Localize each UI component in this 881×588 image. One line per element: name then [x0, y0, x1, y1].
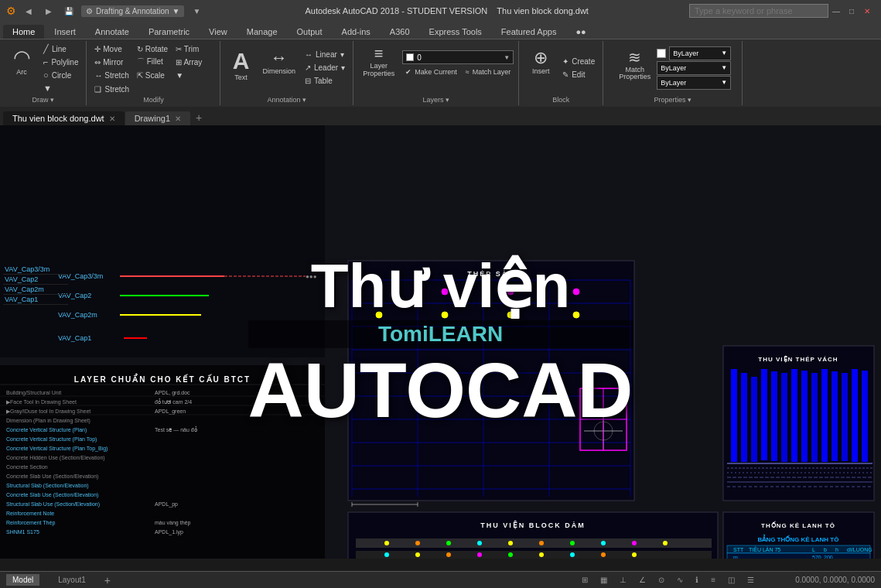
nav-back-btn[interactable]: ◀	[21, 3, 36, 19]
lineweight-status-btn[interactable]: ≡	[711, 576, 715, 584]
polar-btn[interactable]: ∠	[639, 576, 646, 584]
annotation-group-label: Annotation ▾	[268, 96, 307, 104]
workspace-dropdown[interactable]: ⚙ Drafting & Annotation ▼	[81, 5, 184, 17]
text-button[interactable]: A Text	[225, 46, 256, 90]
nav-forward-btn[interactable]: ▶	[41, 3, 56, 19]
doc-tab-drawing1[interactable]: Drawing1 ✕	[125, 111, 190, 125]
scale-btn[interactable]: ⇱ Scale	[134, 69, 171, 81]
close-btn[interactable]: ✕	[859, 3, 875, 19]
lineweight-dropdown[interactable]: ByLayer ▼	[657, 76, 731, 90]
quickprop-btn[interactable]: ☰	[747, 576, 754, 584]
properties-group-content: ≋ MatchProperties ByLayer ▼ ByLayer ▼	[614, 43, 731, 104]
layer-name-vav1[interactable]: VAV_Cap1	[5, 296, 67, 303]
svg-rect-75	[771, 371, 777, 461]
fillet-btn[interactable]: ⌒ Fillet	[134, 56, 171, 68]
layers-controls-col: 0 ▼ ✔ Make Current ≈ Match Layer	[402, 50, 514, 78]
tab-more[interactable]: ●●	[566, 25, 595, 39]
svg-text:Concrete Section: Concrete Section	[6, 464, 48, 470]
tab-manage[interactable]: Manage	[237, 25, 287, 39]
tab-featured[interactable]: Featured Apps	[492, 25, 566, 39]
close-doc-tab-drawing1[interactable]: ✕	[175, 115, 181, 123]
mirror-btn[interactable]: ⇔ Mirror	[91, 56, 131, 68]
dynin-btn[interactable]: ℹ	[695, 576, 698, 584]
title-bar: ⚙ ◀ ▶ 💾 ⚙ Drafting & Annotation ▼ ▼ Auto…	[0, 0, 881, 22]
modify-more-btn[interactable]: ▼	[172, 69, 205, 81]
block-edit-btn[interactable]: ✎ Edit	[559, 68, 598, 80]
match-properties-button[interactable]: ≋ MatchProperties	[614, 46, 655, 90]
minimize-btn[interactable]: —	[828, 3, 844, 19]
grid-btn[interactable]: ▦	[600, 576, 607, 584]
linetype-dropdown-arrow-icon: ▼	[721, 64, 727, 71]
svg-text:LAYER CHUẨN CHO KẾT CẤU BTCT: LAYER CHUẨN CHO KẾT CẤU BTCT	[74, 373, 251, 384]
svg-text:Structural Slab (Section/Eleva: Structural Slab (Section/Elevation)	[6, 483, 89, 489]
rotate-btn[interactable]: ↻ Rotate	[134, 43, 171, 55]
svg-point-115	[632, 552, 637, 557]
svg-text:Concrete Vertical Structure (P: Concrete Vertical Structure (Plan Top_Bi…	[6, 446, 108, 452]
tab-parametric[interactable]: Parametric	[139, 25, 199, 39]
block-create-btn[interactable]: ✦ Create	[559, 55, 598, 67]
ribbon-group-annotation: A Text ↔ Dimension ↔ Linear ▾ ↗ Leader ▾…	[220, 41, 353, 105]
layout1-tab[interactable]: Layout1	[52, 574, 92, 586]
svg-point-97	[384, 541, 389, 545]
add-tab-button[interactable]: +	[191, 110, 207, 125]
add-layout-btn[interactable]: +	[104, 574, 111, 586]
doc-tabs: Thu vien block dong.dwt ✕ Drawing1 ✕ +	[0, 107, 881, 125]
search-input[interactable]	[689, 4, 828, 18]
table-icon: ⊟	[305, 77, 311, 85]
tab-output[interactable]: Output	[288, 25, 332, 39]
transparency-btn[interactable]: ◫	[728, 576, 735, 584]
tab-express[interactable]: Express Tools	[420, 25, 491, 39]
tab-a360[interactable]: A360	[381, 25, 419, 39]
close-doc-tab-main[interactable]: ✕	[109, 115, 115, 123]
maximize-btn[interactable]: □	[844, 3, 859, 19]
insert-button[interactable]: ⊕ Insert	[524, 46, 558, 90]
canvas-area: VAV_Cap3/3m ●●● VAV_Cap2 VAV_Cap2m VAV_C…	[0, 125, 881, 559]
linetype-dropdown[interactable]: ByLayer ▼	[657, 61, 731, 75]
snap-btn[interactable]: ⊞	[582, 576, 588, 584]
copy-btn[interactable]: ❑ Stretch	[91, 83, 132, 95]
trim-btn[interactable]: ✂ Trim	[172, 43, 205, 55]
line-btn[interactable]: ╱ Line	[40, 43, 81, 55]
tab-view[interactable]: View	[200, 25, 237, 39]
svg-point-109	[446, 552, 451, 557]
tab-addins[interactable]: Add-ins	[333, 25, 380, 39]
make-current-btn[interactable]: ✔ Make Current	[402, 66, 460, 78]
svg-text:STT: STT	[733, 547, 744, 552]
app-logo-icon: ⚙	[6, 5, 16, 17]
linear-btn[interactable]: ↔ Linear ▾	[302, 49, 348, 61]
tab-insert[interactable]: Insert	[45, 25, 85, 39]
canvas-overlay-text: Thư viện TomiLEARN AUTOCAD	[248, 255, 633, 429]
layer-name-vav2m[interactable]: VAV_Cap2m	[5, 285, 67, 293]
ribbon-tabs: Home Insert Annotate Parametric View Man…	[0, 22, 881, 39]
arc-button[interactable]: ◠ Arc	[5, 44, 39, 94]
layer-name-vav2[interactable]: VAV_Cap2	[5, 275, 67, 283]
stretch-btn[interactable]: ↔ Stretch	[91, 69, 131, 81]
svg-text:m: m	[733, 555, 738, 559]
otrack-btn[interactable]: ∿	[677, 576, 683, 584]
table-btn[interactable]: ⊟ Table	[302, 75, 348, 87]
svg-point-101	[508, 541, 513, 545]
osnap-btn[interactable]: ⊙	[658, 576, 664, 584]
ortho-btn[interactable]: ⊥	[620, 576, 627, 584]
svg-text:THỐNG KÊ LANH TÔ: THỐNG KÊ LANH TÔ	[761, 521, 835, 529]
move-btn[interactable]: ✛ Move	[91, 43, 131, 55]
layer-name-vav3[interactable]: VAV_Cap3/3m	[5, 265, 67, 273]
doc-tab-main[interactable]: Thu vien block dong.dwt ✕	[3, 111, 125, 125]
polyline-btn[interactable]: ⌐ Polyline	[40, 56, 81, 68]
layer-properties-button[interactable]: ≡ LayerProperties	[358, 43, 399, 86]
ribbon-group-block: ⊕ Insert ✦ Create ✎ Edit Block	[519, 41, 603, 105]
circle-btn[interactable]: ○ Circle	[40, 69, 81, 81]
array-btn[interactable]: ⊞ Array	[172, 56, 205, 68]
draw-dropdown-btn[interactable]: ▼	[40, 82, 81, 94]
dimension-button[interactable]: ↔ Dimension	[258, 46, 300, 90]
layer-dropdown[interactable]: 0 ▼	[402, 50, 514, 64]
color-dropdown[interactable]: ByLayer ▼	[669, 46, 731, 60]
save-btn[interactable]: 💾	[61, 3, 77, 19]
model-tab[interactable]: Model	[6, 574, 39, 586]
workspace-settings-btn[interactable]: ▼	[189, 3, 204, 19]
match-layer-btn[interactable]: ≈ Match Layer	[463, 66, 514, 78]
tab-home[interactable]: Home	[3, 25, 44, 39]
tab-annotate[interactable]: Annotate	[86, 25, 138, 39]
layer-dropdown-arrow-icon: ▼	[504, 54, 510, 61]
leader-btn[interactable]: ↗ Leader ▾	[302, 62, 348, 74]
